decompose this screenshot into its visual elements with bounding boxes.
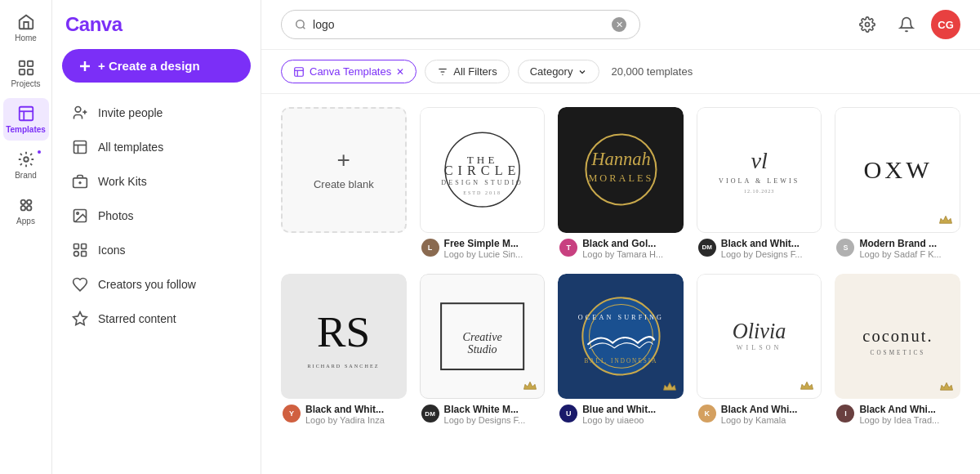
svg-rect-17: [74, 141, 87, 154]
card-sub-black-gold: Logo by Tamara H...: [582, 249, 682, 259]
settings-icon: [859, 16, 875, 33]
rs-monogram-logo: RS RICHARD SANCHEZ: [293, 286, 394, 387]
avatar[interactable]: CG: [931, 10, 960, 39]
svg-point-29: [296, 20, 304, 28]
chevron-down-icon: [577, 67, 587, 77]
card-title-coconut: Black And Whi...: [859, 404, 959, 415]
svg-text:Hannah: Hannah: [590, 150, 651, 170]
chip-close-icon[interactable]: ✕: [396, 66, 404, 78]
all-templates-label: All templates: [98, 141, 163, 154]
sidebar-item-brand[interactable]: Brand: [3, 144, 49, 186]
sidebar-templates-label: Templates: [6, 125, 46, 134]
svg-point-9: [26, 200, 30, 205]
canva-templates-chip-icon: [293, 66, 305, 78]
viola-lewis-logo: vl VIOLA & LEWIS 12.10.2023: [710, 120, 808, 219]
search-input[interactable]: [313, 18, 605, 31]
app-logo: Canva: [52, 13, 261, 49]
templates-icon: [17, 105, 35, 123]
template-card-black-gold[interactable]: Hannah MORALES T Black and Gol... Logo b…: [558, 107, 684, 261]
pro-badge-coconut: [939, 378, 954, 393]
search-bar[interactable]: ✕: [281, 10, 640, 39]
nav-item-creators[interactable]: Creators you follow: [59, 268, 254, 301]
template-card-free-simple[interactable]: THE CIRCLE DESIGN STUDIO ESTD 2018 L Fre…: [420, 107, 546, 261]
sidebar-apps-label: Apps: [16, 217, 35, 226]
all-filters-button[interactable]: All Filters: [425, 60, 509, 83]
card-sub-olivia: Logo by Kamala: [721, 415, 821, 425]
creators-icon: [72, 276, 88, 293]
icons-nav-icon: [72, 242, 88, 258]
sidebar-item-projects[interactable]: Projects: [3, 52, 49, 95]
svg-text:OXW: OXW: [863, 156, 933, 184]
nav-item-all-templates[interactable]: All templates: [59, 131, 254, 163]
sidebar-item-apps[interactable]: Apps: [3, 190, 49, 232]
card-title-black-gold: Black and Gol...: [582, 238, 682, 249]
creators-label: Creators you follow: [98, 278, 196, 291]
left-panel: Canva + Create a design Invite people Al…: [52, 0, 261, 474]
svg-rect-1: [27, 61, 32, 66]
coconut-logo: coconut. COSMETICS: [848, 286, 948, 387]
settings-button[interactable]: [853, 10, 882, 39]
svg-text:Olivia: Olivia: [733, 319, 786, 342]
template-card-bw-dm[interactable]: vl VIOLA & LEWIS 12.10.2023 DM Black and…: [697, 107, 822, 261]
template-card-rs[interactable]: RS RICHARD SANCHEZ Y Black and Whit... L…: [281, 274, 407, 427]
sidebar-item-home[interactable]: Home: [3, 7, 49, 49]
svg-rect-25: [74, 244, 79, 249]
nav-item-invite[interactable]: Invite people: [59, 96, 254, 129]
svg-text:MORALES: MORALES: [588, 172, 653, 184]
circle-design-studio-logo: THE CIRCLE DESIGN STUDIO ESTD 2018: [433, 120, 532, 219]
card-info-bw-dm: DM Black and Whit... Logo by Designs F..…: [697, 233, 822, 261]
svg-rect-27: [82, 252, 87, 257]
all-templates-icon: [72, 139, 88, 155]
card-sub-modern-brand: Logo by Sadaf F K...: [859, 249, 959, 259]
brand-icon: [17, 150, 35, 168]
filter-bar: Canva Templates ✕ All Filters Category 2…: [261, 50, 980, 94]
svg-point-7: [24, 157, 29, 162]
card-sub-rs: Logo by Yadira Inza: [305, 415, 405, 425]
template-card-ocean[interactable]: OCEAN SURFING BALI, INDONESIA U Blue: [558, 274, 684, 427]
nav-item-icons[interactable]: Icons: [59, 234, 254, 266]
nav-item-starred[interactable]: Starred content: [59, 302, 254, 335]
svg-text:VIOLA & LEWIS: VIOLA & LEWIS: [719, 177, 800, 185]
category-button[interactable]: Category: [518, 60, 600, 83]
card-avatar-modern-brand: S: [836, 239, 854, 257]
creative-studio-logo: Creative Studio: [433, 287, 532, 386]
card-info-coconut: I Black And Whi... Logo by Idea Trad...: [835, 399, 960, 427]
svg-text:OCEAN SURFING: OCEAN SURFING: [577, 314, 663, 321]
nav-item-photos[interactable]: Photos: [59, 199, 254, 232]
template-card-coconut[interactable]: coconut. COSMETICS I Black And Whi... Lo…: [835, 274, 960, 427]
template-card-olivia[interactable]: Olivia WILSON K Black And Whi... Logo by…: [697, 274, 822, 427]
search-clear-button[interactable]: ✕: [612, 17, 626, 32]
photos-icon: [72, 208, 88, 224]
all-filters-icon: [437, 66, 448, 78]
ocean-surfing-logo: OCEAN SURFING BALI, INDONESIA: [571, 286, 671, 387]
create-blank-card[interactable]: + Create blank: [281, 107, 407, 261]
brand-badge: [36, 149, 42, 155]
svg-line-30: [303, 27, 305, 29]
card-avatar-bw-dm: DM: [698, 239, 716, 257]
svg-point-10: [20, 206, 24, 210]
nav-item-work-kits[interactable]: Work Kits: [59, 165, 254, 198]
template-card-modern-brand[interactable]: OXW S Modern Brand ... Logo by Sadaf F K…: [835, 107, 960, 261]
card-info-olivia: K Black And Whi... Logo by Kamala: [697, 399, 822, 427]
canva-templates-chip[interactable]: Canva Templates ✕: [281, 60, 416, 83]
oxw-logo: OXW: [849, 120, 947, 219]
notifications-button[interactable]: [892, 10, 921, 39]
starred-icon: [72, 311, 88, 327]
plus-icon: [78, 60, 91, 73]
sidebar-home-label: Home: [15, 34, 37, 42]
main-content: ✕ CG Canva Templates: [261, 0, 980, 474]
card-title-creative-studio: Black White M...: [444, 404, 544, 415]
sidebar-item-templates[interactable]: Templates: [3, 98, 49, 141]
svg-point-43: [586, 135, 656, 205]
create-design-button[interactable]: + Create a design: [62, 49, 251, 83]
template-card-creative-studio[interactable]: Creative Studio DM Black White M... Logo…: [420, 274, 546, 427]
svg-text:RICHARD SANCHEZ: RICHARD SANCHEZ: [308, 364, 380, 369]
category-label: Category: [530, 65, 573, 78]
card-avatar-free-simple: L: [421, 239, 439, 257]
photos-label: Photos: [98, 209, 134, 222]
card-avatar-creative-studio: DM: [421, 405, 439, 423]
card-avatar-ocean: U: [559, 405, 577, 423]
card-title-free-simple: Free Simple M...: [444, 238, 544, 249]
svg-rect-0: [19, 61, 24, 66]
svg-text:Creative: Creative: [462, 329, 501, 342]
